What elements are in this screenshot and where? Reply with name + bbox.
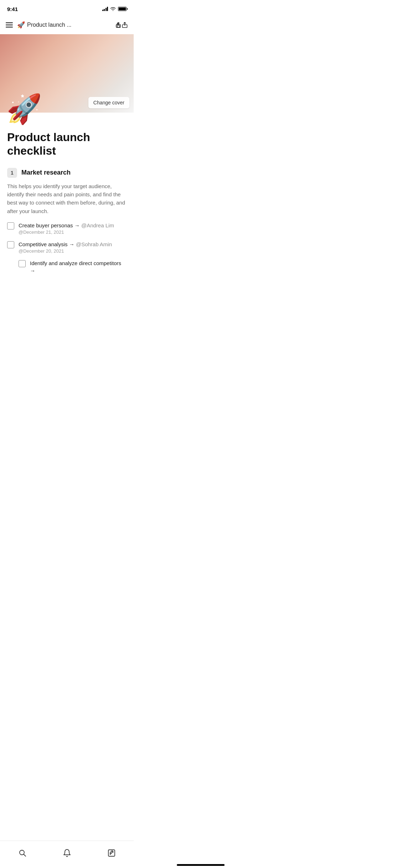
- signal-icon: [102, 7, 108, 11]
- battery-icon: [118, 7, 127, 11]
- hamburger-icon[interactable]: [6, 22, 13, 27]
- checklist-item-3-text: Identify and analyze direct competitors …: [30, 259, 127, 274]
- checkbox-3[interactable]: [19, 260, 26, 267]
- share-button[interactable]: [115, 19, 128, 31]
- nav-title: 🚀 Product launch ...: [17, 21, 72, 29]
- page-content: Product launch checklist 1 Market resear…: [0, 113, 134, 316]
- change-cover-button[interactable]: Change cover: [88, 97, 129, 108]
- nav-bar: 🚀 Product launch ...: [0, 16, 134, 34]
- section-title-1: Market research: [21, 169, 71, 176]
- checklist-item-1-text: Create buyer personas → @Andrea Lim: [19, 222, 114, 229]
- share-icon: [115, 21, 122, 29]
- checklist-item-2-date: @December 20, 2021: [19, 248, 112, 254]
- checklist-item-3: Identify and analyze direct competitors …: [19, 259, 127, 274]
- status-icons: [102, 7, 127, 11]
- status-time: 9:41: [7, 6, 18, 12]
- section-description-1: This helps you identify your target audi…: [7, 182, 127, 215]
- page-title: Product launch checklist: [7, 130, 127, 158]
- checkbox-1[interactable]: [7, 222, 14, 229]
- checklist-item-1-content: Create buyer personas → @Andrea Lim @Dec…: [19, 222, 114, 235]
- checklist-item-1: Create buyer personas → @Andrea Lim @Dec…: [7, 222, 127, 235]
- checklist-item-2-content: Competitive analysis → @Sohrab Amin @Dec…: [19, 241, 112, 254]
- section-number-1: 1: [7, 168, 17, 178]
- checklist-item-1-date: @December 21, 2021: [19, 229, 114, 235]
- wifi-icon: [110, 7, 116, 11]
- checklist-item-2-text: Competitive analysis → @Sohrab Amin: [19, 241, 112, 248]
- status-bar: 9:41: [0, 0, 134, 16]
- nav-left: 🚀 Product launch ...: [6, 21, 72, 29]
- nav-title-text: Product launch ...: [27, 22, 72, 28]
- share-icon: [122, 21, 128, 29]
- checklist-item-3-content: Identify and analyze direct competitors …: [30, 259, 127, 274]
- cover-rocket-emoji: 🚀: [6, 95, 42, 123]
- cover-image: 🚀 Change cover: [0, 34, 134, 113]
- checklist-item-2: Competitive analysis → @Sohrab Amin @Dec…: [7, 241, 127, 254]
- nav-emoji: 🚀: [17, 21, 25, 29]
- section-header-1: 1 Market research: [7, 168, 127, 178]
- checkbox-2[interactable]: [7, 241, 14, 248]
